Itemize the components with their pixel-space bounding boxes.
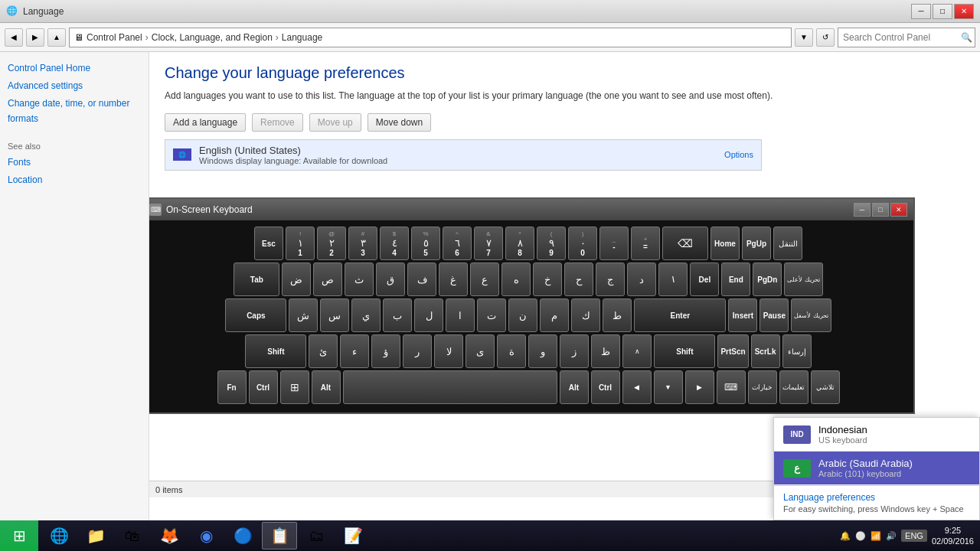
- key-fn[interactable]: Fn: [217, 370, 247, 404]
- breadcrumb-language[interactable]: Language: [282, 32, 322, 43]
- key-l[interactable]: م: [540, 298, 569, 332]
- key-ctrl-r[interactable]: Ctrl: [591, 370, 620, 404]
- key-x[interactable]: ء: [340, 334, 369, 368]
- key-altlang3[interactable]: تحريك لأسفل: [791, 298, 831, 332]
- key-2[interactable]: @٢2: [317, 227, 346, 260]
- key-shift-r[interactable]: Shift: [654, 334, 715, 368]
- key-quote[interactable]: ط: [603, 298, 632, 332]
- key-alt-r[interactable]: Alt: [560, 370, 589, 404]
- search-input[interactable]: [843, 32, 958, 43]
- key-altlang[interactable]: التنقل: [773, 227, 802, 260]
- key-m[interactable]: ة: [497, 334, 526, 368]
- key-shift-up[interactable]: ∧: [622, 334, 652, 368]
- key-p[interactable]: ح: [564, 262, 593, 296]
- lang-indicator[interactable]: ENG: [901, 530, 927, 542]
- key-tab[interactable]: Tab: [234, 262, 279, 296]
- key-w[interactable]: ص: [313, 262, 342, 296]
- lang-popup-item-arabic[interactable]: ع Arabic (Saudi Arabia) Arabic (101) key…: [774, 452, 979, 485]
- key-fade-ar[interactable]: تلاشي: [811, 370, 840, 404]
- add-language-button[interactable]: Add a language: [165, 113, 246, 132]
- taskbar-item-firefox[interactable]: 🦊: [152, 522, 187, 549]
- key-4[interactable]: $٤4: [380, 227, 409, 260]
- sidebar-item-control-panel-home[interactable]: Control Panel Home: [8, 61, 141, 76]
- key-1[interactable]: !١1: [286, 227, 315, 260]
- maximize-button[interactable]: □: [933, 4, 952, 19]
- key-j[interactable]: ت: [477, 298, 506, 332]
- sidebar-item-advanced-settings[interactable]: Advanced settings: [8, 79, 141, 93]
- key-pause[interactable]: Pause: [760, 298, 789, 332]
- move-down-button[interactable]: Move down: [368, 113, 431, 132]
- key-v[interactable]: ر: [403, 334, 432, 368]
- key-down[interactable]: ▼: [654, 370, 683, 404]
- key-i[interactable]: ه: [501, 262, 531, 296]
- key-c[interactable]: ؤ: [371, 334, 400, 368]
- minimize-button[interactable]: ─: [911, 4, 931, 19]
- search-icon[interactable]: 🔍: [961, 32, 972, 43]
- key-r[interactable]: ق: [376, 262, 405, 296]
- key-o[interactable]: خ: [533, 262, 562, 296]
- key-b[interactable]: لا: [434, 334, 463, 368]
- key-comma[interactable]: و: [528, 334, 557, 368]
- key-t[interactable]: ف: [407, 262, 436, 296]
- key-d[interactable]: ي: [351, 298, 381, 332]
- key-u[interactable]: ع: [470, 262, 499, 296]
- key-7[interactable]: &٧7: [474, 227, 503, 260]
- key-a[interactable]: ش: [289, 298, 318, 332]
- taskbar-item-ie[interactable]: 🌐: [41, 522, 77, 549]
- key-0[interactable]: )٠0: [568, 227, 597, 260]
- taskbar-clock[interactable]: 9:25 02/09/2016: [932, 525, 974, 547]
- key-win[interactable]: ⊞: [280, 370, 309, 404]
- taskbar-item-explorer[interactable]: 📁: [78, 522, 113, 549]
- key-settings-ar[interactable]: تعليمات: [779, 370, 808, 404]
- taskbar-item-notes[interactable]: 📝: [335, 522, 371, 549]
- key-g[interactable]: ل: [414, 298, 443, 332]
- key-pgup[interactable]: PgUp: [742, 227, 771, 260]
- key-options-ar[interactable]: خيارات: [748, 370, 777, 404]
- key-backslash[interactable]: \: [658, 262, 688, 296]
- refresh-button[interactable]: ↺: [816, 28, 835, 47]
- up-button[interactable]: ▲: [47, 28, 66, 47]
- key-esc[interactable]: Esc: [254, 227, 283, 260]
- key-k[interactable]: ن: [508, 298, 537, 332]
- key-equals[interactable]: +=: [631, 227, 660, 260]
- key-bracket-l[interactable]: ج: [596, 262, 625, 296]
- key-z[interactable]: ئ: [309, 334, 338, 368]
- key-enter[interactable]: Enter: [634, 298, 726, 332]
- remove-button[interactable]: Remove: [252, 113, 303, 132]
- taskbar-item-task[interactable]: 📋: [262, 522, 297, 549]
- taskbar-item-chrome[interactable]: ◉: [188, 522, 224, 549]
- key-minus[interactable]: _-: [599, 227, 629, 260]
- key-bracket-r[interactable]: د: [627, 262, 656, 296]
- key-ctrl-l[interactable]: Ctrl: [249, 370, 278, 404]
- key-space[interactable]: [343, 370, 557, 404]
- back-button[interactable]: ◀: [5, 28, 23, 47]
- key-q[interactable]: ض: [282, 262, 311, 296]
- key-left[interactable]: ◀: [622, 370, 652, 404]
- key-altlang2[interactable]: تحريك لأعلى: [784, 262, 822, 296]
- key-8[interactable]: *٨8: [505, 227, 534, 260]
- key-6[interactable]: ^٦6: [443, 227, 472, 260]
- key-s[interactable]: س: [320, 298, 349, 332]
- osk-close-button[interactable]: ✕: [890, 203, 907, 217]
- key-home[interactable]: Home: [710, 227, 740, 260]
- start-button[interactable]: ⊞: [0, 520, 38, 551]
- key-h[interactable]: ا: [446, 298, 475, 332]
- key-backspace[interactable]: ⌫: [662, 227, 708, 260]
- osk-minimize-button[interactable]: ─: [854, 203, 871, 217]
- key-end[interactable]: End: [721, 262, 750, 296]
- key-scrlk[interactable]: ScrLk: [751, 334, 780, 368]
- key-slash[interactable]: ظ: [591, 334, 620, 368]
- sidebar-item-location[interactable]: Location: [8, 173, 141, 187]
- osk-maximize-button[interactable]: □: [872, 203, 889, 217]
- key-period[interactable]: ز: [560, 334, 589, 368]
- close-button[interactable]: ✕: [954, 4, 974, 19]
- taskbar-item-store[interactable]: 🛍: [115, 522, 150, 549]
- key-e[interactable]: ث: [345, 262, 374, 296]
- key-n[interactable]: ى: [466, 334, 495, 368]
- move-up-button[interactable]: Move up: [309, 113, 361, 132]
- key-prtscn[interactable]: PrtScn: [717, 334, 748, 368]
- key-alt-l[interactable]: Alt: [312, 370, 341, 404]
- taskbar-item-files[interactable]: 🗂: [299, 522, 334, 549]
- key-altlang4[interactable]: إرساء: [782, 334, 812, 368]
- breadcrumb-clock-region[interactable]: Clock, Language, and Region: [152, 32, 273, 43]
